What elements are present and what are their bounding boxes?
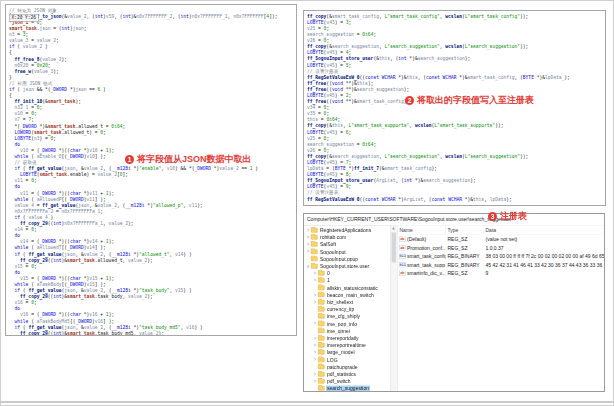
tree-item-rohitab.com[interactable]: >rohitab.com bbox=[304, 234, 390, 241]
tree-item-label: pdf_statistics bbox=[326, 371, 357, 377]
tree-scrollbar[interactable] bbox=[390, 226, 398, 392]
folder-icon bbox=[318, 278, 325, 283]
value-type-cell: REG_BINARY bbox=[446, 254, 484, 260]
annotation-3-number-badge: 3 bbox=[488, 212, 497, 221]
tree-item-SogouInput[interactable]: >SogouInput bbox=[304, 248, 390, 255]
column-header-type[interactable]: Type bbox=[446, 226, 484, 235]
folder-icon bbox=[318, 300, 325, 305]
folder-icon bbox=[318, 379, 325, 384]
value-type-cell: REG_BINARY bbox=[446, 262, 484, 268]
folder-icon bbox=[318, 336, 325, 341]
tree-item-RegisteredApplications[interactable]: >RegisteredApplications bbox=[304, 227, 390, 234]
tree-item-label: large_model bbox=[326, 350, 356, 356]
value-type-cell: REG_SZ bbox=[446, 245, 484, 251]
tree-item-label: ime_qimei bbox=[326, 328, 351, 334]
tree-item-label: 0 bbox=[326, 271, 331, 277]
folder-icon bbox=[318, 271, 325, 276]
annotation-1-number-badge: 1 bbox=[125, 155, 134, 164]
value-data-cell: 9 bbox=[484, 271, 605, 277]
value-name-cell: absmartinfo_dic_v... bbox=[398, 271, 446, 277]
tree-item-label: SogouInput.ppup bbox=[319, 256, 359, 262]
code-line: ff_RegSetValueExW_0((const WCHAR *)ArgLi… bbox=[307, 196, 606, 202]
tree-item-label: allskin_statusiconstatic bbox=[326, 285, 379, 291]
value-name-text: smart_task_config bbox=[407, 254, 446, 260]
value-data-cell: (value not set) bbox=[484, 237, 605, 243]
value-type-cell: REG_SZ bbox=[446, 237, 484, 243]
tree-item-0[interactable]: >0 bbox=[304, 270, 390, 277]
folder-icon bbox=[318, 357, 325, 362]
tree-item-label: rohitab.com bbox=[319, 235, 347, 241]
window-bottom-edge bbox=[1, 401, 613, 403]
tree-item-label: imereportdaily bbox=[326, 335, 359, 341]
registry-list-rows: ab(Default)REG_SZ(value not set)abPromot… bbox=[398, 235, 605, 278]
reg-sz-icon: ab bbox=[399, 271, 406, 277]
value-data-cell: 38 03 00 00 ff ff ff 7f 2c 00 02 00 02 0… bbox=[484, 254, 605, 260]
folder-icon bbox=[311, 264, 318, 269]
scroll-up-icon[interactable] bbox=[392, 227, 395, 230]
tree-item-allskin_statusiconstatic[interactable]: allskin_statusiconstatic bbox=[304, 284, 390, 291]
tree-item-search_suggestion[interactable]: search_suggestion bbox=[304, 385, 390, 391]
folder-icon bbox=[318, 350, 325, 355]
tree-item-imereportdaily[interactable]: >imereportdaily bbox=[304, 334, 390, 341]
folder-icon bbox=[318, 329, 325, 334]
decompiler-left-panel: // 转化为 JSON 对象json_1 = ff_to_json(&value… bbox=[5, 4, 297, 336]
tree-item-label: beacon_main_switch bbox=[326, 292, 375, 298]
tree-item-SogouInput.ppup[interactable]: SogouInput.ppup bbox=[304, 255, 390, 262]
registry-editor-window: Computer\HKEY_CURRENT_USER\SOFTWARE\Sogo… bbox=[303, 213, 605, 392]
tree-item-ime_pop_info[interactable]: >ime_pop_info bbox=[304, 320, 390, 327]
registry-value-row[interactable]: 011smart_task_configREG_BINARY38 03 00 0… bbox=[398, 252, 605, 261]
code-line: json_1 = ff_to_json(&value_2, (int)v59, … bbox=[9, 13, 297, 19]
registry-address-bar[interactable]: Computer\HKEY_CURRENT_USER\SOFTWARE\Sogo… bbox=[304, 214, 604, 226]
folder-icon bbox=[318, 321, 325, 326]
tree-item-label: 1 bbox=[326, 278, 331, 284]
registry-value-row[interactable]: 011smart_task_supp...REG_BINARY45 42 42 … bbox=[398, 261, 605, 270]
scrollbar-thumb[interactable] bbox=[392, 233, 397, 263]
cursor-position-tooltip: X:20 Y:26 bbox=[9, 14, 38, 22]
tree-item-currency_tip[interactable]: currency_tip bbox=[304, 306, 390, 313]
tree-item-ime_cfg_shiply[interactable]: ime_cfg_shiply bbox=[304, 313, 390, 320]
tree-item-large_model[interactable]: >large_model bbox=[304, 349, 390, 356]
registry-value-row[interactable]: abPromotion_conf...REG_SZ1.0.0.37 bbox=[398, 244, 605, 253]
tree-item-ime_qimei[interactable]: ime_qimei bbox=[304, 327, 390, 334]
pseudocode-left: // 转化为 JSON 对象json_1 = ff_to_json(&value… bbox=[9, 7, 297, 336]
decompiler-right-panel: ff_copy(&smart_task_config, L"smart_task… bbox=[303, 10, 606, 206]
annotation-2-text: 将取出的字段值写入至注册表 bbox=[417, 94, 534, 107]
tree-item-patchupgrade[interactable]: patchupgrade bbox=[304, 363, 390, 370]
tree-item-label: search_suggestion bbox=[326, 386, 370, 391]
column-header-name[interactable]: Name bbox=[398, 226, 446, 235]
folder-icon bbox=[311, 249, 318, 254]
tree-item-SalSoft[interactable]: >SalSoft bbox=[304, 241, 390, 248]
registry-tree: >RegisteredApplications>rohitab.com>SalS… bbox=[304, 226, 390, 392]
tree-item-label: LOG bbox=[326, 357, 339, 363]
tree-item-label: SogouInput bbox=[319, 249, 347, 255]
tree-item-beacon_main_switch[interactable]: >beacon_main_switch bbox=[304, 291, 390, 298]
tree-item-LOG[interactable]: >LOG bbox=[304, 356, 390, 363]
tree-item-biz_shellext[interactable]: >biz_shellext bbox=[304, 298, 390, 305]
tree-item-SogouInput.store.user[interactable]: vSogouInput.store.user bbox=[304, 262, 390, 269]
annotation-3: 3 注册表 bbox=[488, 210, 527, 223]
tree-item-label: pdf_switch bbox=[326, 378, 352, 384]
tree-item-label: imereportrealtime bbox=[326, 342, 367, 348]
tree-item-imereportrealtime[interactable]: >imereportrealtime bbox=[304, 342, 390, 349]
value-name-text: Promotion_conf... bbox=[407, 245, 446, 251]
value-name-cell: 011smart_task_supp... bbox=[398, 262, 446, 268]
annotation-2-number-badge: 2 bbox=[405, 96, 414, 105]
tree-item-label: ime_pop_info bbox=[326, 321, 358, 327]
pseudocode-right: ff_copy(&smart_task_config, L"smart_task… bbox=[307, 13, 606, 202]
registry-value-row[interactable]: absmartinfo_dic_v...REG_SZ9 bbox=[398, 269, 605, 278]
value-name-cell: abPromotion_conf... bbox=[398, 245, 446, 251]
tree-item-label: currency_tip bbox=[326, 306, 355, 312]
folder-icon bbox=[318, 372, 325, 377]
value-name-cell: ab(Default) bbox=[398, 237, 446, 243]
reg-sz-icon: ab bbox=[399, 237, 406, 243]
value-data-cell: 45 42 42 31 41 46 41 33 42 30 36 37 44 4… bbox=[484, 262, 605, 268]
annotation-2: 2 将取出的字段值写入至注册表 bbox=[405, 94, 534, 107]
tree-item-pdf_statistics[interactable]: >pdf_statistics bbox=[304, 370, 390, 377]
tree-item-pdf_switch[interactable]: >pdf_switch bbox=[304, 378, 390, 385]
tree-item-1[interactable]: >1 bbox=[304, 277, 390, 284]
folder-icon bbox=[311, 257, 318, 262]
registry-value-row[interactable]: ab(Default)REG_SZ(value not set) bbox=[398, 235, 605, 244]
column-header-data[interactable]: Data bbox=[484, 226, 605, 235]
folder-icon bbox=[318, 314, 325, 319]
folder-icon bbox=[311, 228, 318, 233]
